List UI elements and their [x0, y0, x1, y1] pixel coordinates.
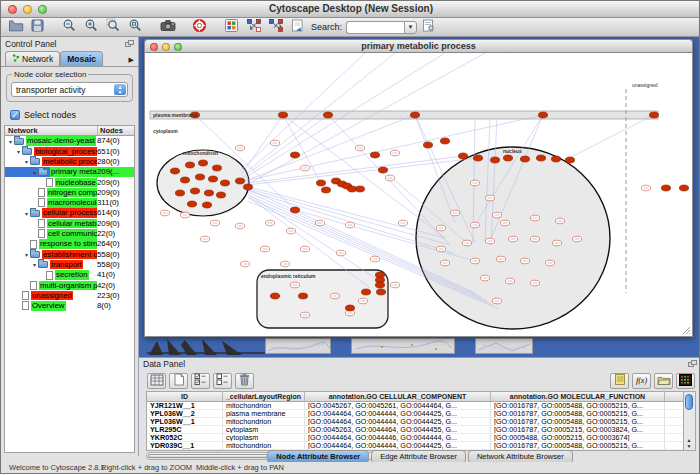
tree-column-network[interactable]: Network [5, 126, 98, 135]
gene-node-selected-color[interactable] [220, 180, 229, 186]
vizmapper-b-button[interactable] [265, 19, 286, 36]
disclosure-triangle-icon[interactable]: ▾ [15, 148, 22, 155]
tree-row[interactable]: ▾metabolic process280(0) [5, 157, 134, 167]
zoom-fit-button[interactable] [125, 19, 146, 36]
gene-node-selected-color[interactable] [216, 192, 225, 198]
network-snapshot-button[interactable] [157, 19, 178, 36]
gene-node-selected-color[interactable] [458, 153, 467, 159]
zoom-in-button[interactable] [81, 19, 102, 36]
gene-node-selected-color[interactable] [187, 201, 196, 207]
tree-row[interactable]: macromolecule311(0) [5, 198, 134, 208]
attribute-matrix-button[interactable] [676, 373, 695, 389]
gene-node-selected-color[interactable] [490, 157, 499, 163]
gene-node-selected-color[interactable] [235, 178, 244, 184]
unselect-all-attributes-button[interactable] [213, 373, 232, 389]
network-graph[interactable]: plasma membranecytoplasmmitochondrionnuc… [145, 53, 692, 335]
tree-row[interactable]: ▾mosaic-demo-yeast874(0) [5, 136, 134, 146]
disclosure-triangle-icon[interactable]: ▾ [31, 169, 38, 176]
delete-attribute-button[interactable] [235, 373, 254, 389]
network-close-button[interactable] [150, 43, 158, 51]
network-canvas[interactable]: plasma membranecytoplasmmitochondrionnuc… [144, 53, 693, 337]
gene-node-selected-color[interactable] [204, 190, 213, 196]
zoom-window-button[interactable] [38, 5, 47, 14]
gene-node-selected-color[interactable] [185, 162, 194, 168]
gene-node-selected-color[interactable] [345, 305, 354, 311]
gene-node-selected-color[interactable] [536, 155, 545, 161]
gene-node-selected-color[interactable] [243, 184, 252, 190]
resize-grip-icon[interactable] [682, 326, 691, 335]
gene-node-selected-color[interactable] [175, 190, 184, 196]
select-nodes-checkbox[interactable]: ✓ [10, 110, 20, 120]
gene-node-selected-color[interactable] [278, 112, 287, 118]
zoom-out-button[interactable] [59, 19, 80, 36]
tree-row[interactable]: cell communicat22(0) [5, 229, 134, 239]
table-row[interactable]: YPL036W__2plasma membrane[GO:0044464, GO… [147, 410, 683, 418]
gene-node-selected-color[interactable] [316, 180, 325, 186]
disclosure-triangle-icon[interactable]: ▾ [7, 138, 14, 145]
network-view-window[interactable]: primary metabolic process plasma membran… [144, 39, 693, 337]
column-header[interactable]: annotation.GO CELLULAR_COMPONENT [305, 392, 491, 401]
close-button[interactable] [8, 5, 17, 14]
gene-node-selected-color[interactable] [551, 156, 560, 162]
gene-node-selected-color[interactable] [361, 289, 370, 295]
formula-builder-button[interactable]: f(x) [632, 373, 651, 389]
gene-node-selected-color[interactable] [376, 289, 385, 295]
tree-row[interactable]: response to stimulu264(0) [5, 239, 134, 249]
table-row[interactable]: YDR039C__1mitochondrion[GO:0044464, GO:0… [147, 442, 683, 450]
gene-node-selected-color[interactable] [180, 177, 189, 183]
column-header[interactable]: _cellularLayoutRegion [223, 392, 305, 401]
disclosure-triangle-icon[interactable]: ▾ [23, 251, 30, 258]
network-window-titlebar[interactable]: primary metabolic process [144, 39, 693, 53]
gene-node-selected-color[interactable] [565, 157, 574, 163]
help-button[interactable] [189, 19, 210, 36]
gene-node-selected-color[interactable] [195, 174, 204, 180]
gene-node-selected-color[interactable] [649, 112, 658, 118]
gene-node-selected-color[interactable] [355, 186, 364, 192]
attribute-table-button[interactable] [147, 373, 166, 389]
tree-row[interactable]: multi-organism pro42(0) [5, 280, 134, 290]
cytopanel-layout-button[interactable] [221, 19, 242, 36]
search-index-button[interactable] [418, 19, 439, 36]
table-row[interactable]: YJR121W__1mitochondrion[GO:0045267, GO:0… [147, 402, 683, 410]
gene-node-selected-color[interactable] [212, 165, 221, 171]
disclosure-triangle-icon[interactable]: ▾ [31, 261, 38, 268]
gene-node-selected-color[interactable] [538, 112, 547, 118]
tree-row[interactable]: ▾transport558(0) [5, 260, 134, 270]
zoom-selected-button[interactable] [103, 19, 124, 36]
gene-node-selected-color[interactable] [198, 160, 207, 166]
save-session-button[interactable] [27, 19, 48, 36]
network-minimize-button[interactable] [162, 43, 170, 51]
gene-node-selected-color[interactable] [270, 293, 279, 299]
gene-node-selected-color[interactable] [440, 138, 449, 144]
tree-row[interactable]: secretion41(0) [5, 270, 134, 280]
tab-mosaic[interactable]: Mosaic [60, 51, 103, 66]
gene-node-selected-color[interactable] [202, 202, 211, 208]
gene-node-selected-color[interactable] [410, 112, 419, 118]
float-data-panel-icon[interactable] [688, 360, 697, 368]
tab-network[interactable]: Network [5, 51, 60, 66]
select-all-attributes-button[interactable] [191, 373, 210, 389]
node-color-dropdown[interactable]: transporter activity ▲▼ [11, 82, 128, 97]
gene-node-selected-color[interactable] [323, 112, 332, 118]
scrollbar-thumb[interactable] [685, 394, 693, 410]
table-vertical-scrollbar[interactable]: ▲▼ [684, 391, 696, 451]
attribute-editor-button[interactable] [610, 373, 629, 389]
gene-node-selected-color[interactable] [298, 293, 307, 299]
gene-node-selected-color[interactable] [473, 155, 482, 161]
tree-row[interactable]: cellular metabo209(0) [5, 218, 134, 228]
tree-row[interactable]: ▾primary metabo209(... [5, 167, 134, 177]
tree-row[interactable]: nitrogen compo209(0) [5, 187, 134, 197]
table-row[interactable]: YKR052Ccytoplasm[GO:0044464, GO:0044446,… [147, 434, 683, 442]
gene-node-selected-color[interactable] [661, 185, 670, 191]
network-zoom-button[interactable] [174, 43, 182, 51]
tree-row[interactable]: unassigned223(0) [5, 290, 134, 300]
scrollbar-arrows-icon[interactable]: ▲▼ [684, 437, 694, 449]
edge[interactable] [249, 195, 375, 278]
search-input[interactable] [346, 21, 404, 34]
float-panel-icon[interactable] [125, 40, 134, 48]
column-header[interactable]: annotation.GO MOLECULAR_FUNCTION [491, 392, 665, 401]
tree-row[interactable]: ▾cellular process614(0) [5, 208, 134, 218]
edge[interactable] [283, 115, 445, 238]
gene-node-selected-color[interactable] [503, 155, 512, 161]
gene-node-selected-color[interactable] [679, 185, 688, 191]
